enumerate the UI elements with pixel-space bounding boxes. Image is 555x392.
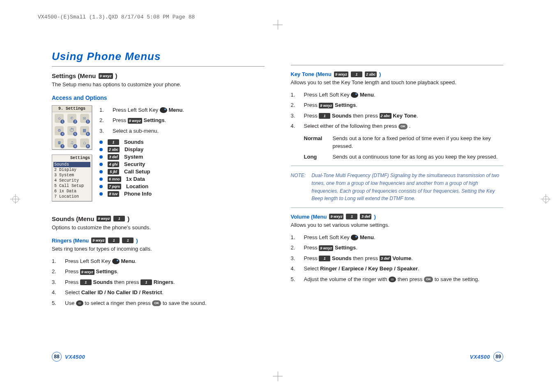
key-1-icon: 1 <box>319 113 330 119</box>
crop-mark <box>278 20 278 30</box>
print-slug: VX4500-(E)Small (1.3).QXD 8/17/04 5:08 P… <box>38 14 195 20</box>
key-1-icon: 1 <box>351 71 362 77</box>
submenu-item: 6 mno1x Data <box>99 176 265 182</box>
step-text: Press Left Soft Key Menu. <box>113 106 265 114</box>
left-soft-key-icon <box>351 235 358 240</box>
text: Volume (Menu <box>291 214 327 220</box>
definition-term: Normal <box>304 134 327 150</box>
key-icon: 1 <box>108 139 119 145</box>
page-number: 89 <box>493 352 503 362</box>
definition-row: Long Sends out a continuous tone for as … <box>304 153 504 161</box>
bullet-icon <box>99 178 103 181</box>
page-left: Using Phone Menus Settings (Menu 9 wxyz … <box>52 41 265 355</box>
key-2-icon: 2 abc <box>380 113 391 119</box>
submenu-item: 3 defSystem <box>99 154 265 160</box>
step-number: 5. <box>291 275 298 284</box>
screenshot-banner: Settings <box>52 155 92 161</box>
step-text: Press Left Soft Key Menu. <box>304 233 504 242</box>
key-1-icon: 1 <box>140 279 152 285</box>
step-number: 1. <box>291 233 298 242</box>
note-divider <box>291 166 504 166</box>
step-number: 3. <box>291 112 298 120</box>
key-3-icon: 3 def <box>380 256 391 261</box>
screenshot-list-item: 3 System <box>53 173 90 178</box>
left-soft-key-icon <box>351 92 358 98</box>
text: Ringers (Menu <box>52 238 89 244</box>
step-text: Press 9 wxyz Settings. <box>113 116 265 125</box>
section-volume-desc: Allows you to set various volume setting… <box>291 221 504 229</box>
definition-term: Long <box>304 153 327 161</box>
section-volume-title: Volume (Menu 9 wxyz 1 3 def ) <box>291 214 504 220</box>
note-divider <box>291 208 504 208</box>
key-icon: 8 tuv <box>108 191 119 197</box>
screenshot-list-item: 2 Display <box>53 167 90 173</box>
phone-screenshot-grid: 9. Settings ☼1✆2✉3 ⚙4⏱5▦6 ☎7♫8⌂9 <box>52 105 92 150</box>
divider <box>52 66 265 67</box>
text: Settings (Menu <box>52 72 96 79</box>
text: ) <box>136 238 138 244</box>
access-options-heading: Access and Options <box>52 95 265 101</box>
submenu-item: 8 tuvPhone Info <box>99 191 265 197</box>
left-soft-key-icon <box>160 107 167 113</box>
text: Key Tone (Menu <box>291 71 332 77</box>
manual-spread: VX4500-(E)Small (1.3).QXD 8/17/04 5:08 P… <box>0 0 555 392</box>
section-sounds-title: Sounds (Menu 9 wxyz 1 ) <box>52 215 265 222</box>
submenu-item: 2 abcDisplay <box>99 146 265 152</box>
key-9-icon: 9 wxyz <box>80 269 94 275</box>
bullet-icon <box>99 155 103 159</box>
key-9-icon: 9 wxyz <box>319 103 333 108</box>
screenshot-list-item: Sounds <box>53 162 90 167</box>
phone-screenshot-list: Settings Sounds 2 Display 3 System 4 Sec… <box>52 154 92 201</box>
submenu-item: 1Sounds <box>99 139 265 145</box>
key-icon: 2 abc <box>108 147 120 152</box>
text: ) <box>379 71 381 77</box>
bullet-icon <box>99 141 103 144</box>
keytone-definitions: Normal Sends out a tone for a fixed peri… <box>304 134 504 161</box>
bullet-icon <box>99 192 103 196</box>
section-ringers-title: Ringers (Menu 9 wxyz 1 1 ) <box>52 238 265 244</box>
step-number: 1. <box>99 106 107 114</box>
page-right: Key Tone (Menu 9 wxyz 1 2 abc ) Allows y… <box>291 41 504 355</box>
key-9-icon: 9 wxyz <box>97 216 111 221</box>
bullet-icon <box>99 170 103 173</box>
text: Sounds (Menu <box>52 215 94 222</box>
divider <box>291 65 504 65</box>
step-number: 2. <box>291 101 298 109</box>
ringers-steps: 1. Press Left Soft Key Menu. 2. Press 9 … <box>52 257 265 307</box>
screenshot-list-item: 7 Location <box>53 194 90 199</box>
definition-text: Sends out a tone for a fixed period of t… <box>333 134 504 150</box>
key-icon: 6 mno <box>108 176 121 182</box>
step-text: Use to select a ringer then press OK to … <box>65 299 265 307</box>
definition-text: Sends out a continuous tone for as long … <box>333 153 504 161</box>
step-text: Press 9 wxyz Settings. <box>65 267 265 276</box>
ok-key-icon: OK <box>424 277 433 282</box>
nav-pad-icon <box>389 277 396 282</box>
note-text: Dual-Tone Multi Frequency (DTMF) Signali… <box>311 172 503 202</box>
step-number: 2. <box>291 244 298 252</box>
step-number: 3. <box>99 127 107 135</box>
step-text: Select Caller ID / No Caller ID / Restri… <box>65 288 265 297</box>
model-name: VX4500 <box>470 354 490 360</box>
key-icon: 7 pqrs <box>108 184 121 189</box>
left-soft-key-icon <box>112 258 120 264</box>
key-icon: 5 jkl <box>108 169 119 175</box>
key-icon: 3 def <box>108 154 119 160</box>
section-keytone-title: Key Tone (Menu 9 wxyz 1 2 abc ) <box>291 71 504 77</box>
key-9-icon: 9 wxyz <box>319 245 333 251</box>
step-text: Press 1 Sounds then press 1 Ringers. <box>65 278 265 286</box>
page-number: 88 <box>52 352 62 362</box>
volume-steps: 1. Press Left Soft Key Menu. 2. Press 9 … <box>291 233 504 284</box>
step-text: Press 9 wxyz Settings. <box>304 101 504 109</box>
screenshot-list-item: 4 Security <box>53 178 90 183</box>
bullet-icon <box>99 148 103 151</box>
step-number: 1. <box>52 257 59 265</box>
nav-pad-icon <box>76 300 83 306</box>
page-footer-left: 88 VX4500 <box>52 352 85 362</box>
step-number: 5. <box>52 299 59 307</box>
screenshot-list-item: 6 1x Data <box>53 189 90 194</box>
bullet-icon <box>99 185 103 188</box>
key-9-icon: 9 wxyz <box>99 73 113 79</box>
chapter-title: Using Phone Menus <box>52 50 265 63</box>
key-1-icon: 1 <box>113 216 125 221</box>
key-9-icon: 9 wxyz <box>329 214 343 219</box>
